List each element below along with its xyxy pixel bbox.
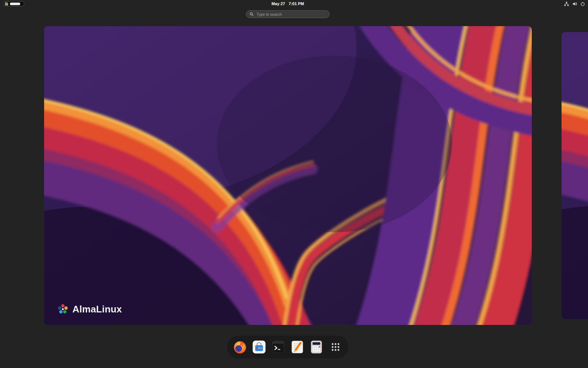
firefox-icon xyxy=(233,340,247,354)
wallpaper-brand: AlmaLinux xyxy=(57,303,122,315)
dock-software-button[interactable] xyxy=(251,339,268,355)
network-icon xyxy=(564,1,569,6)
terminal-icon xyxy=(271,340,286,354)
wallpaper-brand-text: AlmaLinux xyxy=(72,304,122,315)
workspace-thumbnail-current[interactable]: AlmaLinux xyxy=(44,26,532,325)
dock-app-grid-button[interactable] xyxy=(327,339,344,355)
dock-calculator-button[interactable] xyxy=(308,339,325,355)
volume-icon xyxy=(572,1,577,6)
gnome-activities-overview: May 27 7:01 PM xyxy=(0,0,588,368)
search-bar[interactable] xyxy=(246,10,330,18)
app-grid-icon xyxy=(328,340,343,354)
clock-date: May 27 xyxy=(272,1,285,6)
search-input[interactable] xyxy=(256,12,326,17)
power-icon xyxy=(580,1,585,6)
wallpaper-image xyxy=(44,26,532,325)
dock-text-editor-button[interactable] xyxy=(289,339,306,355)
app-indicator-icon xyxy=(5,2,8,6)
search-icon xyxy=(250,12,254,16)
active-workspace-pill xyxy=(10,3,20,5)
dock-terminal-button[interactable] xyxy=(270,339,287,355)
dock-firefox-button[interactable] xyxy=(232,339,248,355)
system-status-area[interactable] xyxy=(564,0,585,7)
text-editor-icon xyxy=(290,340,305,354)
software-icon xyxy=(252,340,266,354)
wallpaper-image xyxy=(562,32,588,319)
almalinux-logo-icon xyxy=(57,303,69,315)
workspace-thumbnail-next[interactable] xyxy=(562,32,588,319)
clock-time: 7:01 PM xyxy=(289,1,304,6)
clock[interactable]: May 27 7:01 PM xyxy=(272,0,304,7)
dash-dock xyxy=(227,336,348,358)
activities-workspace-indicator[interactable] xyxy=(3,1,24,6)
top-bar: May 27 7:01 PM xyxy=(0,0,588,7)
calculator-icon xyxy=(309,340,324,354)
